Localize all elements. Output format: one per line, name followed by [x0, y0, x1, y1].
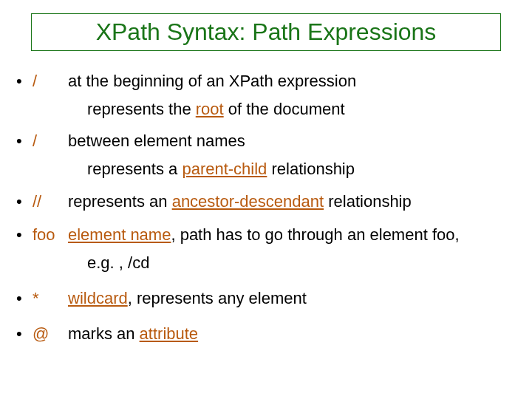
bullet-subtext: e.g. , /cd: [87, 252, 516, 274]
bullet-item: • * wildcard, represents any element: [16, 287, 516, 310]
bullet-item: • foo element name, path has to go throu…: [16, 224, 516, 246]
bullet-item: • @ marks an attribute: [16, 323, 516, 345]
title-box: XPath Syntax: Path Expressions: [31, 13, 501, 51]
sub-key: parent-child: [182, 160, 267, 178]
bullet-text: marks an attribute: [68, 323, 516, 345]
bullet-text: wildcard, represents any element: [68, 287, 516, 310]
symbol-doubleslash: //: [33, 191, 68, 213]
bullet-item: • / between element names: [16, 130, 516, 152]
symbol-at: @: [33, 323, 68, 345]
bullet-dot: •: [16, 224, 33, 246]
bullet-dot: •: [16, 191, 33, 213]
sub-pre: represents a: [87, 160, 182, 178]
text-pre: marks an: [68, 324, 140, 343]
text-key: wildcard: [68, 289, 128, 307]
symbol-star: *: [33, 287, 68, 310]
bullet-text: element name, path has to go through an …: [68, 224, 516, 246]
bullet-dot: •: [16, 130, 33, 152]
sub-pre: represents the: [87, 100, 196, 118]
bullet-text: represents an ancestor-descendant relati…: [68, 191, 516, 213]
sub-post: relationship: [267, 160, 355, 178]
bullet-dot: •: [16, 70, 33, 92]
symbol-slash-0: /: [33, 70, 68, 92]
bullet-item: • // represents an ancestor-descendant r…: [16, 191, 516, 213]
bullet-dot: •: [16, 323, 33, 345]
symbol-slash-1: /: [33, 130, 68, 152]
text-pre: represents an: [68, 192, 172, 211]
symbol-foo: foo: [33, 224, 68, 246]
page-title: XPath Syntax: Path Expressions: [41, 18, 491, 46]
bullet-text: at the beginning of an XPath expression: [68, 70, 516, 92]
bullet-text: between element names: [68, 130, 516, 152]
sub-post: of the document: [224, 100, 345, 118]
text-post: , path has to go through an element foo,: [171, 225, 459, 244]
bullet-subtext: represents the root of the document: [87, 98, 516, 120]
bullet-item: • / at the beginning of an XPath express…: [16, 70, 516, 92]
text-key: element name: [68, 225, 171, 244]
bullet-subtext: represents a parent-child relationship: [87, 158, 516, 180]
text-key: ancestor-descendant: [172, 192, 324, 211]
bullet-dot: •: [16, 287, 33, 310]
text-key: attribute: [140, 324, 199, 343]
text-post: , represents any element: [128, 289, 307, 307]
sub-key: root: [196, 100, 224, 118]
text-post: relationship: [324, 192, 412, 211]
